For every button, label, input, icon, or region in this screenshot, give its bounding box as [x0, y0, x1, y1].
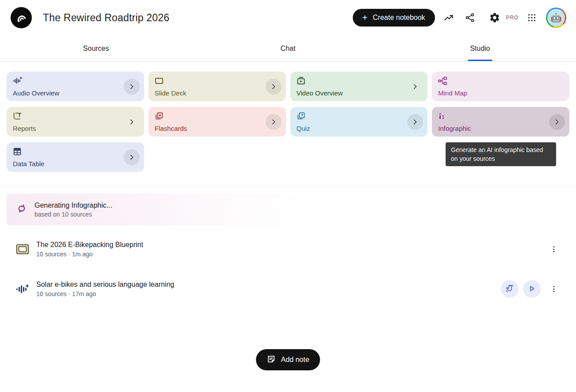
- tab-label: Studio: [469, 37, 491, 61]
- chevron-right-icon[interactable]: [407, 114, 423, 130]
- card-label: Reports: [13, 125, 138, 132]
- infographic-icon: [438, 112, 563, 121]
- generating-infographic-row: Generating Infographic... based on 10 so…: [7, 194, 317, 225]
- studio-card-quiz[interactable]: ? Quiz: [290, 107, 428, 137]
- generating-title: Generating Infographic...: [34, 202, 112, 209]
- trending-up-icon[interactable]: [438, 7, 459, 28]
- chevron-right-icon[interactable]: [124, 149, 140, 165]
- more-menu-icon[interactable]: [549, 280, 559, 298]
- studio-card-flashcards[interactable]: Flashcards: [149, 107, 286, 137]
- section-divider: [0, 186, 576, 186]
- card-label: Slide Deck: [155, 89, 280, 97]
- avatar-image: 🤖: [547, 9, 565, 27]
- waving-hand-icon: [505, 284, 515, 295]
- slide-deck-icon: [16, 244, 31, 255]
- flashcards-icon: [155, 112, 280, 121]
- chevron-right-icon[interactable]: [266, 114, 282, 130]
- card-label: Mind Map: [438, 89, 563, 97]
- add-note-button[interactable]: Add note: [256, 349, 320, 370]
- card-label: Data Table: [13, 160, 138, 167]
- avatar[interactable]: 🤖: [546, 8, 566, 28]
- play-audio-button[interactable]: [523, 280, 541, 298]
- studio-card-slide-deck[interactable]: Slide Deck: [149, 72, 286, 101]
- audio-waveform-icon: [13, 76, 138, 85]
- card-label: Infographic: [438, 125, 563, 132]
- studio-card-reports[interactable]: Reports: [7, 107, 144, 137]
- tab-studio[interactable]: Studio: [384, 35, 576, 61]
- share-icon[interactable]: [459, 7, 481, 28]
- play-icon: [527, 284, 536, 294]
- slide-deck-icon: [155, 76, 280, 85]
- note-icon: [267, 354, 276, 365]
- chevron-right-icon[interactable]: [266, 79, 282, 95]
- reports-icon: [13, 112, 138, 121]
- generating-subtitle: based on 10 sources: [34, 211, 112, 218]
- infographic-tooltip: Generate an AI infographic based on your…: [446, 142, 556, 166]
- sync-spinner-icon: [16, 203, 27, 216]
- plus-icon: +: [362, 13, 368, 22]
- quiz-icon: ?: [297, 112, 422, 121]
- create-notebook-label: Create notebook: [373, 14, 425, 22]
- create-notebook-button[interactable]: + Create notebook: [353, 9, 435, 27]
- studio-item-slide-deck[interactable]: The 2026 E-Bikepacking Blueprint 10 sour…: [0, 237, 576, 262]
- chevron-right-icon[interactable]: [407, 79, 423, 95]
- apps-grid-icon[interactable]: [521, 7, 542, 28]
- studio-item-audio-overview[interactable]: Solar e-bikes and serious language learn…: [0, 277, 576, 301]
- chevron-right-icon[interactable]: [549, 114, 565, 130]
- mind-map-icon: [438, 76, 563, 85]
- settings-gear-icon[interactable]: [484, 7, 505, 28]
- interactive-mode-button[interactable]: [501, 280, 519, 298]
- notebook-title[interactable]: The Rewired Roadtrip 2026: [43, 12, 169, 24]
- item-title: Solar e-bikes and serious language learn…: [36, 281, 501, 289]
- tab-label: Sources: [82, 37, 110, 61]
- svg-text:?: ?: [301, 113, 303, 118]
- chevron-right-icon[interactable]: [124, 79, 140, 95]
- chevron-right-icon[interactable]: [124, 114, 140, 130]
- item-title: The 2026 E-Bikepacking Blueprint: [36, 241, 545, 249]
- item-meta: 10 sources · 1m ago: [36, 251, 545, 258]
- app-header: The Rewired Roadtrip 2026 + Create noteb…: [0, 0, 576, 35]
- card-label: Audio Overview: [13, 89, 138, 97]
- panel-tabs: Sources Chat Studio: [0, 35, 576, 62]
- item-meta: 10 sources · 17m ago: [36, 290, 501, 297]
- notebooklm-logo[interactable]: [11, 7, 32, 28]
- card-label: Video Overview: [297, 89, 422, 97]
- studio-card-audio-overview[interactable]: Audio Overview: [7, 72, 144, 101]
- audio-waveform-icon: [16, 283, 31, 295]
- studio-card-mind-map[interactable]: Mind Map: [432, 72, 569, 101]
- studio-card-video-overview[interactable]: Video Overview: [290, 72, 428, 101]
- data-table-icon: [13, 147, 138, 156]
- tab-label: Chat: [280, 37, 297, 61]
- pro-badge: PRO: [506, 15, 519, 21]
- card-label: Quiz: [297, 125, 422, 132]
- add-note-label: Add note: [281, 356, 309, 364]
- tab-sources[interactable]: Sources: [0, 35, 192, 61]
- studio-card-data-table[interactable]: Data Table: [7, 142, 144, 172]
- tab-chat[interactable]: Chat: [192, 35, 384, 61]
- video-overview-icon: [297, 76, 422, 85]
- studio-card-infographic[interactable]: Infographic: [432, 107, 569, 137]
- more-menu-icon[interactable]: [549, 240, 559, 258]
- card-label: Flashcards: [155, 125, 280, 132]
